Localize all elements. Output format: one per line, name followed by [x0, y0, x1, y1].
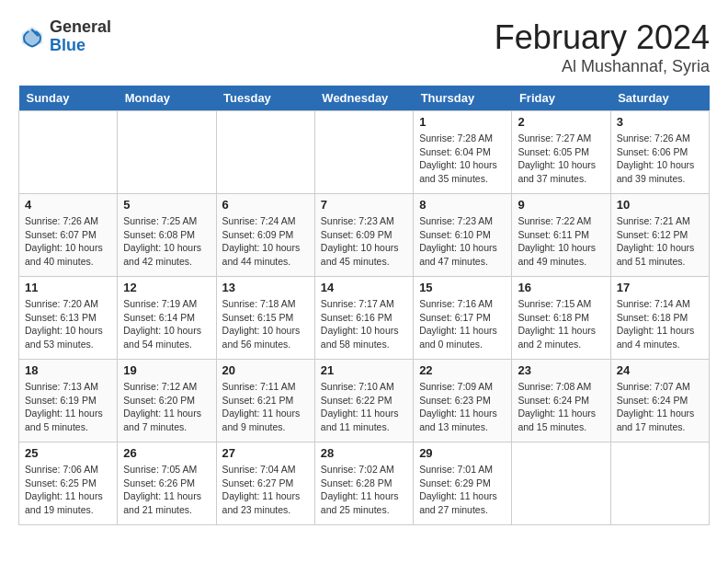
- calendar-cell: 21 Sunrise: 7:10 AMSunset: 6:22 PMDaylig…: [314, 360, 413, 442]
- calendar-week-4: 18 Sunrise: 7:13 AMSunset: 6:19 PMDaylig…: [19, 360, 710, 442]
- day-number: 18: [25, 363, 111, 377]
- day-header-saturday: Saturday: [610, 86, 709, 111]
- calendar-cell: 3 Sunrise: 7:26 AMSunset: 6:06 PMDayligh…: [610, 111, 709, 194]
- day-info: Sunrise: 7:11 AMSunset: 6:21 PMDaylight:…: [222, 380, 309, 434]
- calendar-cell: 20 Sunrise: 7:11 AMSunset: 6:21 PMDaylig…: [216, 360, 314, 442]
- calendar-cell: [19, 111, 118, 194]
- day-info: Sunrise: 7:23 AMSunset: 6:10 PMDaylight:…: [419, 214, 506, 269]
- calendar-cell: 1 Sunrise: 7:28 AMSunset: 6:04 PMDayligh…: [414, 111, 512, 194]
- day-number: 20: [222, 363, 309, 377]
- calendar-cell: [216, 111, 314, 194]
- calendar-cell: 10 Sunrise: 7:21 AMSunset: 6:12 PMDaylig…: [610, 194, 709, 277]
- calendar-cell: 14 Sunrise: 7:17 AMSunset: 6:16 PMDaylig…: [314, 277, 413, 360]
- logo-blue: Blue: [50, 37, 111, 55]
- calendar-cell: 22 Sunrise: 7:09 AMSunset: 6:23 PMDaylig…: [414, 360, 512, 442]
- calendar-cell: [512, 442, 610, 525]
- day-number: 26: [123, 446, 210, 460]
- calendar-cell: 7 Sunrise: 7:23 AMSunset: 6:09 PMDayligh…: [314, 194, 413, 277]
- calendar-cell: 17 Sunrise: 7:14 AMSunset: 6:18 PMDaylig…: [610, 277, 709, 360]
- day-number: 3: [617, 115, 703, 129]
- calendar-cell: 25 Sunrise: 7:06 AMSunset: 6:25 PMDaylig…: [19, 442, 118, 525]
- day-number: 25: [25, 446, 111, 460]
- day-number: 13: [222, 281, 309, 294]
- calendar-cell: 12 Sunrise: 7:19 AMSunset: 6:14 PMDaylig…: [118, 277, 216, 360]
- logo-text: General Blue: [50, 18, 111, 55]
- day-header-thursday: Thursday: [414, 86, 512, 111]
- calendar-week-1: 1 Sunrise: 7:28 AMSunset: 6:04 PMDayligh…: [19, 111, 710, 194]
- day-info: Sunrise: 7:10 AMSunset: 6:22 PMDaylight:…: [321, 380, 407, 434]
- day-number: 22: [419, 363, 506, 377]
- day-info: Sunrise: 7:05 AMSunset: 6:26 PMDaylight:…: [123, 463, 210, 517]
- day-info: Sunrise: 7:19 AMSunset: 6:14 PMDaylight:…: [123, 297, 210, 351]
- day-number: 7: [321, 198, 407, 212]
- logo: General Blue: [18, 18, 111, 55]
- day-info: Sunrise: 7:12 AMSunset: 6:20 PMDaylight:…: [123, 380, 210, 434]
- calendar-week-2: 4 Sunrise: 7:26 AMSunset: 6:07 PMDayligh…: [19, 194, 710, 277]
- calendar-cell: [314, 111, 413, 194]
- day-number: 5: [123, 198, 210, 212]
- day-number: 12: [123, 281, 210, 294]
- calendar-cell: 11 Sunrise: 7:20 AMSunset: 6:13 PMDaylig…: [19, 277, 118, 360]
- day-number: 17: [617, 281, 703, 294]
- calendar-cell: 15 Sunrise: 7:16 AMSunset: 6:17 PMDaylig…: [414, 277, 512, 360]
- logo-general: General: [50, 18, 111, 37]
- calendar-cell: 6 Sunrise: 7:24 AMSunset: 6:09 PMDayligh…: [216, 194, 314, 277]
- day-header-wednesday: Wednesday: [314, 86, 413, 111]
- calendar-cell: 23 Sunrise: 7:08 AMSunset: 6:24 PMDaylig…: [512, 360, 610, 442]
- calendar-table: SundayMondayTuesdayWednesdayThursdayFrid…: [18, 86, 710, 525]
- day-number: 8: [419, 198, 506, 212]
- day-number: 14: [321, 281, 407, 294]
- day-number: 27: [222, 446, 309, 460]
- calendar-cell: 19 Sunrise: 7:12 AMSunset: 6:20 PMDaylig…: [118, 360, 216, 442]
- calendar-cell: 16 Sunrise: 7:15 AMSunset: 6:18 PMDaylig…: [512, 277, 610, 360]
- day-header-row: SundayMondayTuesdayWednesdayThursdayFrid…: [19, 86, 710, 111]
- calendar-cell: 27 Sunrise: 7:04 AMSunset: 6:27 PMDaylig…: [216, 442, 314, 525]
- calendar-cell: 28 Sunrise: 7:02 AMSunset: 6:28 PMDaylig…: [314, 442, 413, 525]
- calendar-cell: 5 Sunrise: 7:25 AMSunset: 6:08 PMDayligh…: [118, 194, 216, 277]
- day-info: Sunrise: 7:26 AMSunset: 6:06 PMDaylight:…: [617, 132, 703, 186]
- day-info: Sunrise: 7:23 AMSunset: 6:09 PMDaylight:…: [321, 214, 407, 269]
- calendar-cell: 18 Sunrise: 7:13 AMSunset: 6:19 PMDaylig…: [19, 360, 118, 442]
- day-number: 16: [518, 281, 604, 294]
- calendar-cell: 8 Sunrise: 7:23 AMSunset: 6:10 PMDayligh…: [414, 194, 512, 277]
- day-info: Sunrise: 7:04 AMSunset: 6:27 PMDaylight:…: [222, 463, 309, 517]
- day-info: Sunrise: 7:16 AMSunset: 6:17 PMDaylight:…: [419, 297, 506, 351]
- day-info: Sunrise: 7:17 AMSunset: 6:16 PMDaylight:…: [321, 297, 407, 351]
- day-number: 23: [518, 363, 604, 377]
- day-number: 10: [617, 198, 703, 212]
- day-info: Sunrise: 7:09 AMSunset: 6:23 PMDaylight:…: [419, 380, 506, 434]
- day-number: 29: [419, 446, 506, 460]
- day-number: 6: [222, 198, 309, 212]
- calendar-cell: 13 Sunrise: 7:18 AMSunset: 6:15 PMDaylig…: [216, 277, 314, 360]
- day-info: Sunrise: 7:28 AMSunset: 6:04 PMDaylight:…: [419, 132, 506, 186]
- day-info: Sunrise: 7:25 AMSunset: 6:08 PMDaylight:…: [123, 214, 210, 269]
- day-number: 2: [518, 115, 604, 129]
- day-header-tuesday: Tuesday: [216, 86, 314, 111]
- location-title: Al Mushannaf, Syria: [495, 57, 710, 76]
- day-info: Sunrise: 7:18 AMSunset: 6:15 PMDaylight:…: [222, 297, 309, 351]
- month-title: February 2024: [495, 18, 710, 57]
- title-area: February 2024 Al Mushannaf, Syria: [495, 18, 710, 76]
- day-number: 9: [518, 198, 604, 212]
- calendar-week-3: 11 Sunrise: 7:20 AMSunset: 6:13 PMDaylig…: [19, 277, 710, 360]
- day-info: Sunrise: 7:07 AMSunset: 6:24 PMDaylight:…: [617, 380, 703, 434]
- day-header-monday: Monday: [118, 86, 216, 111]
- calendar-cell: 26 Sunrise: 7:05 AMSunset: 6:26 PMDaylig…: [118, 442, 216, 525]
- day-info: Sunrise: 7:15 AMSunset: 6:18 PMDaylight:…: [518, 297, 604, 351]
- calendar-cell: [610, 442, 709, 525]
- day-info: Sunrise: 7:27 AMSunset: 6:05 PMDaylight:…: [518, 132, 604, 186]
- calendar-cell: [118, 111, 216, 194]
- calendar-cell: 4 Sunrise: 7:26 AMSunset: 6:07 PMDayligh…: [19, 194, 118, 277]
- calendar-cell: 9 Sunrise: 7:22 AMSunset: 6:11 PMDayligh…: [512, 194, 610, 277]
- day-info: Sunrise: 7:14 AMSunset: 6:18 PMDaylight:…: [617, 297, 703, 351]
- calendar-cell: 2 Sunrise: 7:27 AMSunset: 6:05 PMDayligh…: [512, 111, 610, 194]
- page-header: General Blue February 2024 Al Mushannaf,…: [18, 18, 710, 76]
- day-number: 19: [123, 363, 210, 377]
- day-info: Sunrise: 7:20 AMSunset: 6:13 PMDaylight:…: [25, 297, 111, 351]
- day-header-friday: Friday: [512, 86, 610, 111]
- day-number: 11: [25, 281, 111, 294]
- day-info: Sunrise: 7:22 AMSunset: 6:11 PMDaylight:…: [518, 214, 604, 269]
- day-info: Sunrise: 7:13 AMSunset: 6:19 PMDaylight:…: [25, 380, 111, 434]
- day-info: Sunrise: 7:24 AMSunset: 6:09 PMDaylight:…: [222, 214, 309, 269]
- day-number: 24: [617, 363, 703, 377]
